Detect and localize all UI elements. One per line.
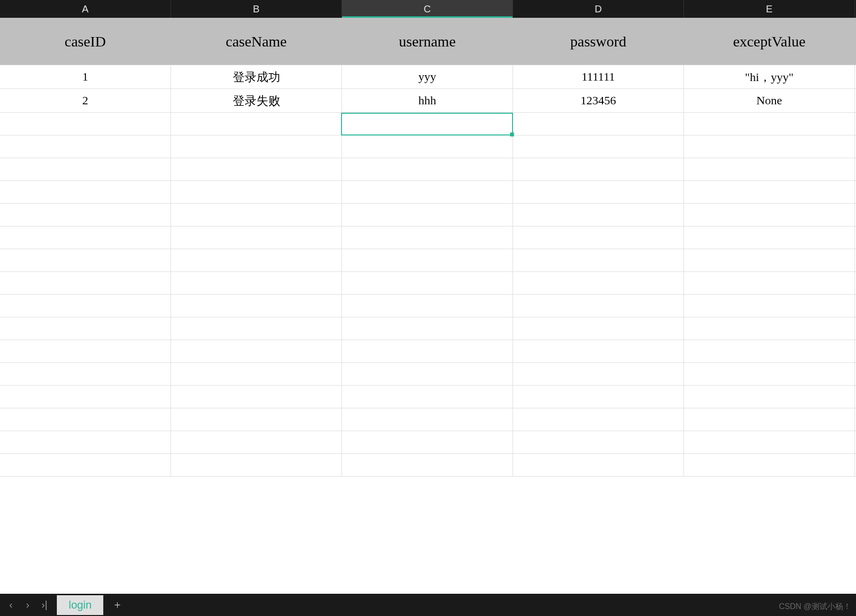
empty-cell[interactable] xyxy=(0,386,171,408)
empty-cell[interactable] xyxy=(684,181,855,203)
empty-cell[interactable] xyxy=(171,158,342,180)
empty-cell[interactable] xyxy=(513,363,684,385)
empty-cell[interactable] xyxy=(684,204,855,226)
empty-cell[interactable] xyxy=(171,272,342,294)
empty-cell[interactable] xyxy=(171,204,342,226)
nav-next-button[interactable]: › xyxy=(19,594,36,616)
cell-A2[interactable]: 1 xyxy=(0,65,171,88)
empty-cell[interactable] xyxy=(513,204,684,226)
empty-cell[interactable] xyxy=(342,181,513,203)
empty-cell[interactable] xyxy=(171,226,342,249)
header-cell-caseID[interactable]: caseID xyxy=(0,18,171,65)
add-sheet-button[interactable]: + xyxy=(107,594,127,616)
empty-cell[interactable] xyxy=(171,317,342,340)
empty-cell[interactable] xyxy=(171,386,342,408)
empty-cell[interactable] xyxy=(342,363,513,385)
empty-cell[interactable] xyxy=(513,135,684,158)
empty-cell[interactable] xyxy=(171,408,342,431)
empty-cell[interactable] xyxy=(342,340,513,362)
cell-A3[interactable]: 2 xyxy=(0,89,171,112)
empty-cell[interactable] xyxy=(684,158,855,180)
empty-cell[interactable] xyxy=(0,454,171,476)
empty-cell[interactable] xyxy=(684,386,855,408)
empty-cell[interactable] xyxy=(171,363,342,385)
empty-cell[interactable] xyxy=(0,295,171,317)
empty-cell[interactable] xyxy=(684,340,855,362)
empty-cell[interactable] xyxy=(342,158,513,180)
empty-cell[interactable] xyxy=(0,363,171,385)
empty-cell[interactable] xyxy=(684,226,855,249)
empty-cell[interactable] xyxy=(0,408,171,431)
empty-cell[interactable] xyxy=(684,135,855,158)
empty-cell[interactable] xyxy=(684,363,855,385)
nav-prev-button[interactable]: ‹ xyxy=(2,594,19,616)
empty-cell[interactable] xyxy=(171,454,342,476)
empty-cell[interactable] xyxy=(684,113,855,135)
column-header-D[interactable]: D xyxy=(513,0,684,18)
empty-cell[interactable] xyxy=(684,295,855,317)
empty-cell[interactable] xyxy=(513,408,684,431)
empty-cell[interactable] xyxy=(513,226,684,249)
empty-cell[interactable] xyxy=(0,226,171,249)
empty-cell[interactable] xyxy=(684,249,855,271)
spreadsheet-grid[interactable]: caseID caseName username password except… xyxy=(0,18,856,594)
cell-E3[interactable]: None xyxy=(684,89,855,112)
empty-cell[interactable] xyxy=(0,204,171,226)
empty-cell[interactable] xyxy=(513,386,684,408)
empty-cell[interactable] xyxy=(171,113,342,135)
empty-cell[interactable] xyxy=(171,135,342,158)
empty-cell[interactable] xyxy=(513,317,684,340)
empty-cell[interactable] xyxy=(171,249,342,271)
empty-cell[interactable] xyxy=(0,181,171,203)
empty-cell[interactable] xyxy=(171,431,342,453)
column-header-E[interactable]: E xyxy=(684,0,855,18)
empty-cell[interactable] xyxy=(342,113,513,135)
column-header-C[interactable]: C xyxy=(342,0,513,18)
cell-D2[interactable]: 111111 xyxy=(513,65,684,88)
empty-cell[interactable] xyxy=(0,272,171,294)
empty-cell[interactable] xyxy=(513,249,684,271)
empty-cell[interactable] xyxy=(342,317,513,340)
empty-cell[interactable] xyxy=(0,431,171,453)
empty-cell[interactable] xyxy=(513,181,684,203)
header-cell-password[interactable]: password xyxy=(513,18,684,65)
empty-cell[interactable] xyxy=(342,386,513,408)
empty-cell[interactable] xyxy=(342,135,513,158)
cell-C2[interactable]: yyy xyxy=(342,65,513,88)
cell-B3[interactable]: 登录失败 xyxy=(171,89,342,112)
empty-cell[interactable] xyxy=(513,113,684,135)
empty-cell[interactable] xyxy=(0,158,171,180)
empty-cell[interactable] xyxy=(513,158,684,180)
empty-cell[interactable] xyxy=(0,340,171,362)
empty-cell[interactable] xyxy=(171,181,342,203)
empty-cell[interactable] xyxy=(342,408,513,431)
empty-cell[interactable] xyxy=(171,295,342,317)
empty-cell[interactable] xyxy=(342,226,513,249)
cell-C3[interactable]: hhh xyxy=(342,89,513,112)
header-cell-username[interactable]: username xyxy=(342,18,513,65)
column-header-A[interactable]: A xyxy=(0,0,171,18)
sheet-tab-login[interactable]: login xyxy=(57,595,103,615)
header-cell-exceptValue[interactable]: exceptValue xyxy=(684,18,855,65)
empty-cell[interactable] xyxy=(684,454,855,476)
empty-cell[interactable] xyxy=(513,431,684,453)
empty-cell[interactable] xyxy=(0,317,171,340)
empty-cell[interactable] xyxy=(513,340,684,362)
empty-cell[interactable] xyxy=(684,317,855,340)
empty-cell[interactable] xyxy=(0,249,171,271)
cell-B2[interactable]: 登录成功 xyxy=(171,65,342,88)
empty-cell[interactable] xyxy=(684,408,855,431)
empty-cell[interactable] xyxy=(342,454,513,476)
empty-cell[interactable] xyxy=(0,113,171,135)
header-cell-caseName[interactable]: caseName xyxy=(171,18,342,65)
empty-cell[interactable] xyxy=(513,454,684,476)
empty-cell[interactable] xyxy=(342,249,513,271)
empty-cell[interactable] xyxy=(342,295,513,317)
empty-cell[interactable] xyxy=(342,204,513,226)
nav-last-button[interactable]: ›| xyxy=(36,594,53,616)
empty-cell[interactable] xyxy=(513,272,684,294)
empty-cell[interactable] xyxy=(342,272,513,294)
cell-E2[interactable]: "hi，yyy" xyxy=(684,65,855,88)
empty-cell[interactable] xyxy=(684,272,855,294)
empty-cell[interactable] xyxy=(342,431,513,453)
